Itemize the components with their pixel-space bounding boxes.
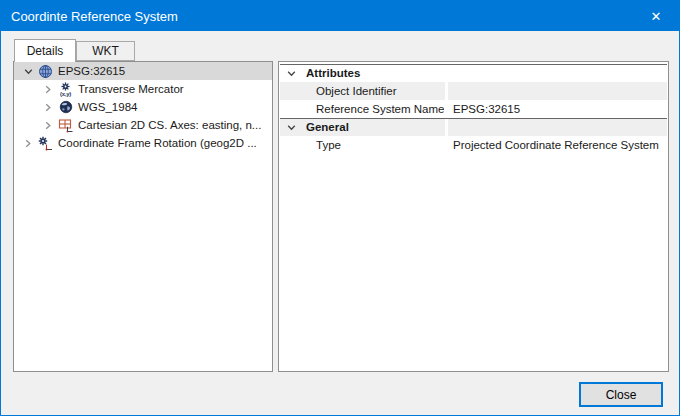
tree-item-epsg-32615[interactable]: EPSG:32615	[14, 62, 272, 80]
tree-item-wgs-1984[interactable]: WGS_1984	[14, 98, 272, 116]
tree-item-transverse-mercator[interactable]: (x,y) Transverse Mercator	[14, 80, 272, 98]
property-row-type[interactable]: Type Projected Coordinate Reference Syst…	[280, 136, 667, 154]
tree-item-label: WGS_1984	[78, 101, 137, 113]
tree-item-label: Cartesian 2D CS. Axes: easting, n...	[78, 119, 261, 131]
chevron-down-icon[interactable]	[287, 68, 296, 80]
close-button[interactable]: Close	[579, 382, 663, 407]
property-name: Object Identifier	[316, 82, 444, 100]
title-bar[interactable]: Coordinte Reference System ✕	[1, 1, 679, 31]
xy-caption: (x,y)	[60, 91, 71, 97]
globe-dark-icon	[56, 100, 75, 114]
chevron-collapsed-icon[interactable]	[40, 121, 56, 130]
property-row-object-identifier[interactable]: Object Identifier	[280, 82, 667, 100]
section-general[interactable]: General	[280, 118, 667, 136]
window-title: Coordinte Reference System	[1, 9, 633, 24]
chevron-collapsed-icon[interactable]	[20, 139, 36, 148]
chevron-down-icon[interactable]	[287, 122, 296, 134]
tree-item-cartesian-2d-cs[interactable]: Cartesian 2D CS. Axes: easting, n...	[14, 116, 272, 134]
window-close-button[interactable]: ✕	[633, 1, 679, 31]
property-value: Projected Coordinate Reference System	[453, 136, 665, 154]
tab-details[interactable]: Details	[14, 39, 76, 62]
tree-item-label: EPSG:32615	[58, 65, 125, 77]
section-attributes[interactable]: Attributes	[280, 64, 667, 82]
globe-blue-icon	[36, 64, 55, 79]
tab-wkt[interactable]: WKT	[76, 41, 135, 61]
chevron-collapsed-icon[interactable]	[40, 85, 56, 94]
chevron-expanded-icon[interactable]	[20, 67, 36, 76]
property-row-reference-system-name[interactable]: Reference System Name EPSG:32615	[280, 100, 667, 118]
tree-item-coordinate-frame-rotation[interactable]: Coordinate Frame Rotation (geog2D ...	[14, 134, 272, 152]
property-name: Type	[316, 136, 444, 154]
close-icon: ✕	[651, 9, 662, 24]
property-value: EPSG:32615	[453, 100, 665, 118]
tree-item-label: Coordinate Frame Rotation (geog2D ...	[58, 137, 257, 149]
property-name: Reference System Name	[316, 100, 444, 118]
cartesian-grid-axes-icon	[56, 118, 75, 133]
properties-panel: Attributes Object Identifier Reference S…	[278, 61, 669, 372]
section-label: Attributes	[306, 65, 360, 82]
tree-item-label: Transverse Mercator	[78, 83, 184, 95]
chevron-collapsed-icon[interactable]	[40, 103, 56, 112]
crs-dialog: Coordinte Reference System ✕ Details WKT…	[0, 0, 680, 416]
crs-tree-panel: EPSG:32615	[13, 61, 273, 372]
operation-gear-axes-icon	[36, 136, 55, 151]
projection-gear-xy-icon: (x,y)	[56, 82, 75, 97]
section-label: General	[306, 119, 349, 136]
